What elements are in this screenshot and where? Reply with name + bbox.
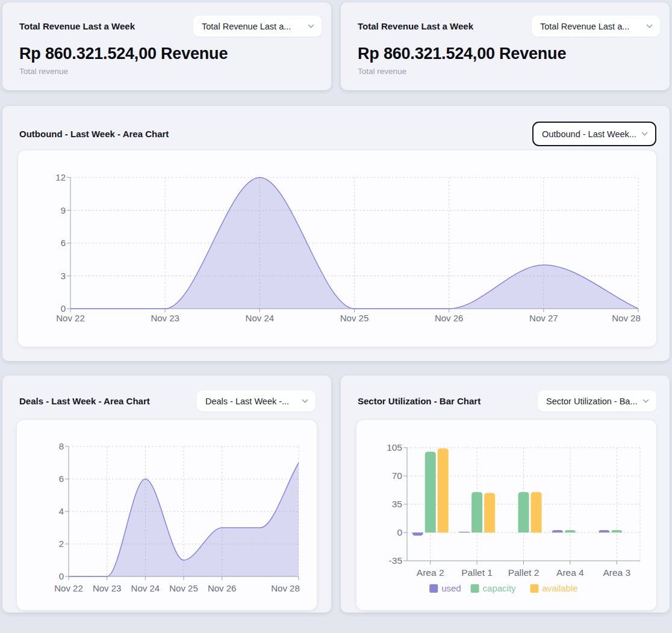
revenue-period-dropdown[interactable]: Total Revenue Last a... bbox=[532, 16, 660, 37]
outbound-chart-title: Outbound - Last Week - Area Chart bbox=[19, 129, 169, 139]
card-header: Deals - Last Week - Area Chart Deals - L… bbox=[2, 375, 331, 412]
svg-text:0: 0 bbox=[59, 571, 64, 581]
revenue-subtitle: Total revenue bbox=[19, 67, 331, 76]
svg-text:Nov 24: Nov 24 bbox=[246, 313, 275, 323]
svg-text:Nov 22: Nov 22 bbox=[54, 583, 83, 593]
outbound-chart-dropdown[interactable]: Outbound - Last Week... bbox=[532, 122, 656, 146]
revenue-card-right: Total Revenue Last a Week Total Revenue … bbox=[341, 2, 670, 90]
card-header: Outbound - Last Week - Area Chart Outbou… bbox=[2, 106, 670, 146]
svg-text:3: 3 bbox=[61, 271, 66, 281]
revenue-card-left: Total Revenue Last a Week Total Revenue … bbox=[2, 2, 331, 90]
svg-text:Nov 23: Nov 23 bbox=[151, 313, 179, 323]
svg-text:Area 4: Area 4 bbox=[556, 567, 584, 578]
svg-text:70: 70 bbox=[392, 471, 403, 481]
sector-bar-chart: -3503570105Area 2Pallet 1Pallet 2Area 4A… bbox=[356, 420, 656, 610]
deals-chart-card: Deals - Last Week - Area Chart Deals - L… bbox=[2, 375, 331, 613]
svg-text:capacity: capacity bbox=[483, 583, 517, 593]
outbound-area-chart: 036912Nov 22Nov 23Nov 24Nov 25Nov 26Nov … bbox=[18, 150, 656, 347]
svg-text:used: used bbox=[441, 583, 461, 593]
svg-text:available: available bbox=[542, 583, 577, 593]
chevron-down-icon bbox=[646, 24, 653, 28]
revenue-card-title: Total Revenue Last a Week bbox=[358, 21, 473, 31]
deals-area-chart: 02468Nov 22Nov 23Nov 24Nov 25Nov 26Nov 2… bbox=[17, 420, 317, 610]
revenue-value: Rp 860.321.524,00 Revenue bbox=[19, 43, 331, 64]
svg-text:6: 6 bbox=[61, 238, 66, 248]
revenue-subtitle: Total revenue bbox=[358, 67, 670, 76]
sector-chart-panel: -3503570105Area 2Pallet 1Pallet 2Area 4A… bbox=[356, 420, 656, 610]
dropdown-value: Total Revenue Last a... bbox=[202, 22, 291, 31]
svg-text:0: 0 bbox=[61, 303, 66, 313]
chevron-down-icon bbox=[642, 399, 649, 403]
dashboard-page: Total Revenue Last a Week Total Revenue … bbox=[0, 0, 672, 633]
svg-text:9: 9 bbox=[61, 205, 66, 215]
svg-text:Nov 22: Nov 22 bbox=[56, 313, 85, 323]
svg-text:6: 6 bbox=[59, 474, 64, 484]
svg-text:Nov 24: Nov 24 bbox=[131, 583, 160, 593]
outbound-chart-panel: 036912Nov 22Nov 23Nov 24Nov 25Nov 26Nov … bbox=[18, 150, 656, 347]
chevron-down-icon bbox=[302, 399, 308, 403]
revenue-card-title: Total Revenue Last a Week bbox=[19, 21, 135, 31]
dropdown-value: Outbound - Last Week... bbox=[542, 129, 636, 139]
svg-text:105: 105 bbox=[387, 442, 402, 452]
outbound-chart-card: Outbound - Last Week - Area Chart Outbou… bbox=[2, 106, 670, 361]
svg-text:2: 2 bbox=[59, 539, 64, 549]
card-header: Total Revenue Last a Week Total Revenue … bbox=[2, 2, 331, 37]
deals-chart-title: Deals - Last Week - Area Chart bbox=[19, 396, 150, 406]
svg-text:Nov 25: Nov 25 bbox=[169, 583, 198, 593]
revenue-period-dropdown[interactable]: Total Revenue Last a... bbox=[193, 16, 322, 37]
svg-text:Pallet 2: Pallet 2 bbox=[508, 567, 540, 578]
sector-chart-card: Sector Utilization - Bar Chart Sector Ut… bbox=[341, 375, 670, 613]
card-header: Total Revenue Last a Week Total Revenue … bbox=[341, 2, 670, 37]
svg-text:Nov 25: Nov 25 bbox=[340, 313, 369, 323]
svg-text:Nov 26: Nov 26 bbox=[208, 583, 237, 593]
chevron-down-icon bbox=[641, 132, 648, 136]
svg-text:Nov 28: Nov 28 bbox=[271, 583, 300, 593]
svg-text:4: 4 bbox=[59, 506, 64, 516]
svg-text:35: 35 bbox=[392, 499, 402, 509]
dropdown-value: Sector Utilization - Ba... bbox=[546, 397, 638, 406]
dropdown-value: Deals - Last Week -... bbox=[205, 397, 289, 406]
svg-text:0: 0 bbox=[397, 527, 402, 537]
dropdown-value: Total Revenue Last a... bbox=[540, 22, 629, 31]
svg-text:Nov 26: Nov 26 bbox=[435, 313, 464, 323]
svg-text:Area 2: Area 2 bbox=[417, 567, 444, 578]
revenue-value: Rp 860.321.524,00 Revenue bbox=[358, 43, 670, 64]
svg-text:Pallet 1: Pallet 1 bbox=[461, 567, 493, 578]
svg-text:Nov 23: Nov 23 bbox=[93, 583, 122, 593]
card-header: Sector Utilization - Bar Chart Sector Ut… bbox=[341, 375, 670, 412]
sector-chart-dropdown[interactable]: Sector Utilization - Ba... bbox=[538, 391, 656, 412]
sector-chart-title: Sector Utilization - Bar Chart bbox=[358, 396, 481, 406]
svg-text:Nov 27: Nov 27 bbox=[529, 313, 558, 323]
chevron-down-icon bbox=[308, 24, 314, 28]
svg-text:8: 8 bbox=[59, 441, 64, 451]
svg-text:-35: -35 bbox=[389, 555, 402, 566]
svg-text:12: 12 bbox=[55, 172, 66, 182]
deals-chart-panel: 02468Nov 22Nov 23Nov 24Nov 25Nov 26Nov 2… bbox=[17, 420, 317, 610]
svg-text:Area 3: Area 3 bbox=[603, 567, 630, 578]
deals-chart-dropdown[interactable]: Deals - Last Week -... bbox=[197, 391, 316, 412]
svg-text:Nov 28: Nov 28 bbox=[612, 313, 641, 323]
